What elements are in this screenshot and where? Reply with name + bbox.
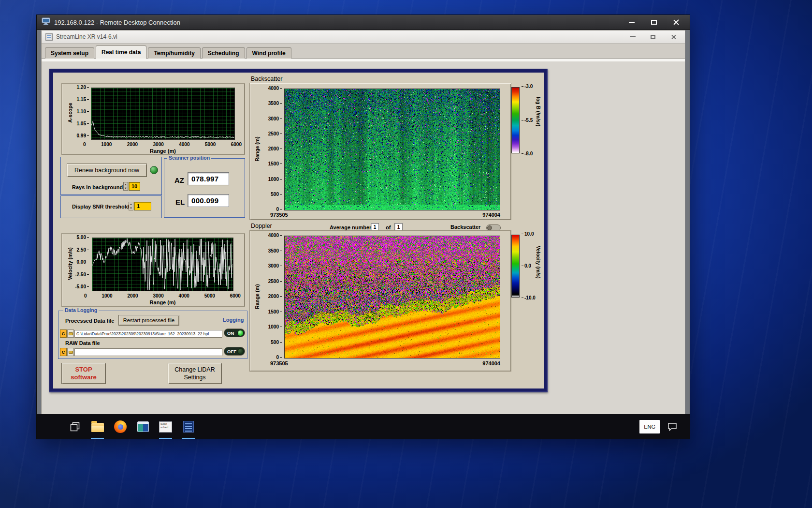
folder-icon — [91, 423, 104, 432]
doppler-y-tick: 1500 — [268, 310, 282, 314]
ascope-x-tick: 1000 — [101, 142, 112, 147]
backscatter-graph-panel: Range (m) 400035003000250020001500100050… — [249, 83, 511, 220]
snr-spinner[interactable]: ▲▼ — [129, 202, 133, 210]
logging-on-led — [237, 330, 244, 336]
backscatter-y-tick: 0 — [276, 207, 282, 212]
app-window-button[interactable] — [132, 414, 154, 439]
backscatter-colorbar-tick: -8.0 — [522, 151, 533, 156]
processed-browse-button[interactable] — [67, 329, 74, 338]
velocity-y-tick: -2.50 — [75, 272, 89, 277]
doppler-backscatter-toggle-label: Backscatter — [450, 224, 480, 230]
rdp-window: 192.168.0.122 - Remote Desktop Connectio… — [36, 15, 690, 439]
rays-spinner[interactable]: ▲▼ — [123, 182, 128, 191]
doppler-y-tick: 3000 — [268, 264, 282, 269]
rdp-close-button[interactable] — [671, 17, 681, 27]
raw-drive-button[interactable]: C — [60, 348, 67, 356]
rays-value-field[interactable]: 10 — [129, 182, 140, 191]
backscatter-y-tick: 4000 — [268, 86, 282, 91]
ascope-x-axis-label: Range (m) — [91, 148, 235, 154]
tab-bar: System setupReal time dataTemp/humidityS… — [42, 44, 685, 59]
language-indicator[interactable]: ENG — [639, 420, 660, 433]
el-field[interactable]: 000.099 — [188, 194, 229, 207]
doppler-heatmap — [284, 236, 500, 359]
backscatter-y-tick: 2500 — [268, 132, 282, 136]
tab[interactable]: Temp/humidity — [148, 47, 200, 59]
el-label: EL — [175, 198, 185, 206]
tab[interactable]: Wind profile — [246, 47, 291, 59]
change-lidar-settings-button[interactable]: Change LiDAR Settings — [168, 363, 222, 384]
velocity-x-tick: 5000 — [204, 294, 215, 299]
velocity-y-tick: -5.00 — [75, 284, 89, 289]
doppler-y-tick: 4000 — [268, 233, 282, 238]
doppler-colorbar — [511, 235, 520, 298]
tab[interactable]: Scheduling — [202, 47, 245, 59]
snr-value-field[interactable]: 1 — [134, 202, 151, 210]
scan-scheduler-icon: Scan sched — [159, 421, 172, 433]
az-label: AZ — [174, 176, 184, 184]
raw-logging-switch[interactable]: OFF — [224, 347, 245, 356]
doppler-y-axis-label: Range (m) — [254, 284, 260, 309]
velocity-y-tick: 2.50 — [77, 248, 89, 253]
backscatter-colorbar-label: log B (/m/sr) — [536, 97, 541, 126]
ascope-y-tick: 1.10 — [77, 109, 89, 114]
raw-path-field[interactable] — [74, 348, 222, 356]
raw-browse-button[interactable] — [67, 348, 74, 356]
rdp-minimize-button[interactable] — [627, 17, 637, 27]
notification-icon[interactable] — [667, 422, 677, 432]
stop-line1: STOP — [75, 366, 92, 374]
ascope-x-tick: 2000 — [127, 142, 138, 147]
task-view-button[interactable] — [64, 414, 86, 439]
backscatter-colorbar-tick: -3.0 — [522, 84, 533, 89]
blue-document-icon — [183, 421, 194, 433]
doppler-colorbar-label: Velocity (m/s) — [536, 246, 541, 279]
tab[interactable]: System setup — [45, 47, 94, 59]
backscatter-y-tick: 3000 — [268, 117, 282, 121]
doppler-y-tick: 3500 — [268, 249, 282, 254]
az-field[interactable]: 078.997 — [188, 172, 229, 185]
app-minimize-button[interactable] — [628, 32, 638, 42]
ascope-x-tick: 0 — [83, 142, 86, 147]
data-logging-group: Data Logging Processed Data file Restart… — [58, 311, 247, 359]
renew-background-button[interactable]: Renew background now — [67, 164, 147, 177]
processed-drive-button[interactable]: C — [60, 329, 67, 338]
rdp-maximize-button[interactable] — [649, 17, 659, 27]
doppler-title: Doppler — [251, 223, 272, 229]
doppler-x-end: 974004 — [471, 360, 500, 366]
velocity-y-tick: 5.00 — [77, 235, 89, 240]
tab[interactable]: Real time data — [96, 45, 146, 59]
taskbar: Scan sched ENG — [37, 414, 690, 439]
app-restore-button[interactable] — [648, 32, 658, 42]
stop-software-button[interactable]: STOP software — [61, 363, 106, 384]
doppler-y-tick: 1000 — [268, 325, 282, 329]
doppler-colorbar-tick: 0.0 — [522, 264, 531, 269]
velocity-x-tick: 4000 — [179, 294, 189, 299]
logging-label: Logging — [223, 317, 244, 323]
ascope-y-tick: 1.20 — [77, 85, 89, 90]
blue-document-button[interactable] — [177, 414, 199, 439]
firefox-button[interactable] — [109, 414, 131, 439]
change-line2: Settings — [184, 374, 205, 381]
doppler-graph-panel: Range (m) 400035003000250020001500100050… — [249, 230, 511, 372]
app-titlebar[interactable]: StreamLine XR v14-6.vi — [42, 30, 685, 44]
scan-scheduler-mini-label: Scan sched — [160, 422, 168, 429]
remote-screen: StreamLine XR v14-6.vi System setupReal … — [37, 30, 690, 439]
processed-path-field[interactable]: C:\Lidar\Data\Proc\2023\202309\20230913\… — [74, 330, 222, 338]
desktop: 192.168.0.122 - Remote Desktop Connectio… — [0, 0, 812, 508]
app-window-title: StreamLine XR v14-6.vi — [56, 33, 117, 40]
scan-scheduler-button[interactable]: Scan sched — [155, 414, 176, 439]
backscatter-heatmap — [284, 89, 500, 210]
task-view-icon — [70, 422, 80, 432]
file-explorer-button[interactable] — [87, 414, 108, 439]
vi-icon — [45, 33, 53, 41]
scanner-position-title: Scanner position — [167, 155, 211, 161]
app-close-button[interactable] — [668, 32, 678, 42]
restart-processed-file-button[interactable]: Restart processed file — [118, 315, 179, 326]
processed-logging-switch[interactable]: ON — [224, 329, 245, 337]
backscatter-colorbar — [511, 87, 520, 153]
on-label: ON — [227, 330, 234, 336]
velocity-y-tick: 0.00 — [77, 260, 89, 265]
ascope-x-tick: 5000 — [205, 142, 216, 147]
ascope-plot — [91, 88, 235, 140]
rdp-monitor-icon — [42, 17, 50, 27]
rdp-titlebar[interactable]: 192.168.0.122 - Remote Desktop Connectio… — [37, 15, 690, 30]
